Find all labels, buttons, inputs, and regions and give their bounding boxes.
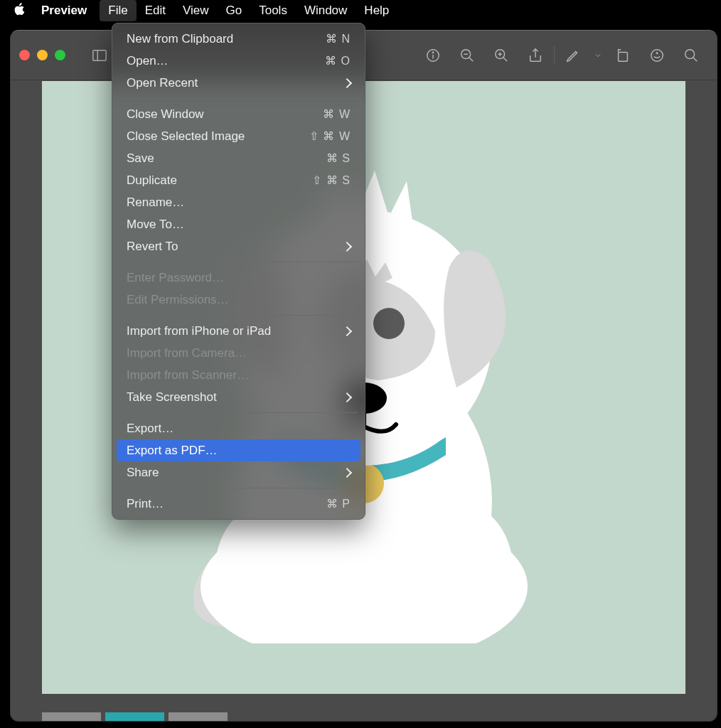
svg-point-15 xyxy=(685,49,695,58)
svg-rect-0 xyxy=(93,50,106,60)
menu-item-label: Rename… xyxy=(127,196,351,210)
menu-item-export-as-pdf[interactable]: Export as PDF… xyxy=(117,439,360,461)
svg-point-4 xyxy=(432,52,433,53)
menu-item-shortcut: ⌘ P xyxy=(326,497,351,510)
svg-line-6 xyxy=(469,57,474,61)
menu-item-shortcut: ⌘ N xyxy=(326,32,351,46)
toolbar-separator xyxy=(554,46,555,65)
svg-line-16 xyxy=(693,57,698,61)
menu-item-import-from-camera: Import from Camera… xyxy=(112,342,365,364)
menu-help[interactable]: Help xyxy=(356,0,397,21)
svg-line-9 xyxy=(503,57,508,61)
menu-item-label: Close Selected Image xyxy=(127,129,309,144)
menu-item-print[interactable]: Print…⌘ P xyxy=(112,493,365,515)
menu-item-close-window[interactable]: Close Window⌘ W xyxy=(112,103,365,125)
menu-item-label: Import from Scanner… xyxy=(127,368,351,382)
menu-edit[interactable]: Edit xyxy=(137,0,174,21)
menu-item-take-screenshot[interactable]: Take Screenshot xyxy=(112,386,365,408)
menu-item-open[interactable]: Open…⌘ O xyxy=(112,50,365,72)
zoom-window-button[interactable] xyxy=(55,50,65,60)
menu-item-export[interactable]: Export… xyxy=(112,417,365,439)
menu-item-label: Move To… xyxy=(127,218,351,232)
search-icon[interactable] xyxy=(674,41,708,70)
menu-item-label: Export… xyxy=(127,422,351,436)
menu-item-save[interactable]: Save⌘ S xyxy=(112,147,365,169)
menu-item-shortcut: ⇧ ⌘ W xyxy=(309,129,351,143)
menu-item-label: Close Window xyxy=(127,107,323,122)
menu-item-import-from-iphone-or-ipad[interactable]: Import from iPhone or iPad xyxy=(112,320,365,342)
menu-item-label: Enter Password… xyxy=(127,271,351,285)
menu-item-label: Duplicate xyxy=(127,173,312,188)
menu-item-share[interactable]: Share xyxy=(112,461,365,483)
menu-item-edit-permissions: Edit Permissions… xyxy=(112,289,365,311)
menu-separator xyxy=(119,98,358,99)
zoom-out-icon[interactable] xyxy=(450,41,484,70)
svg-rect-13 xyxy=(619,52,628,61)
apple-logo-icon[interactable] xyxy=(13,3,41,19)
app-name[interactable]: Preview xyxy=(41,4,87,18)
svg-point-14 xyxy=(651,49,663,61)
menu-item-shortcut: ⌘ S xyxy=(326,151,351,165)
menu-item-label: Export as PDF… xyxy=(127,444,351,458)
menu-item-duplicate[interactable]: Duplicate⇧ ⌘ S xyxy=(112,169,365,191)
menu-item-close-selected-image[interactable]: Close Selected Image⇧ ⌘ W xyxy=(112,125,365,147)
info-icon[interactable] xyxy=(416,41,450,70)
menu-item-open-recent[interactable]: Open Recent xyxy=(112,72,365,94)
traffic-lights xyxy=(19,50,65,60)
menu-tools[interactable]: Tools xyxy=(250,0,296,21)
menu-item-label: Print… xyxy=(127,497,326,511)
menu-item-new-from-clipboard[interactable]: New from Clipboard⌘ N xyxy=(112,28,365,50)
menu-separator xyxy=(119,412,358,413)
markup-chevron-icon[interactable] xyxy=(590,41,606,70)
menu-item-label: Edit Permissions… xyxy=(127,293,351,307)
close-window-button[interactable] xyxy=(19,50,30,60)
thumbnail-selected[interactable] xyxy=(105,712,164,721)
menu-item-shortcut: ⇧ ⌘ S xyxy=(312,173,351,187)
menu-item-label: Open Recent xyxy=(127,76,338,90)
menu-file[interactable]: File xyxy=(100,0,136,21)
menu-item-label: Take Screenshot xyxy=(127,390,338,405)
rotate-icon[interactable] xyxy=(606,41,640,70)
menu-item-shortcut: ⌘ W xyxy=(323,107,351,121)
menu-item-label: Save xyxy=(127,151,326,166)
thumbnail-strip[interactable] xyxy=(42,712,685,721)
menu-item-label: New from Clipboard xyxy=(127,32,326,46)
menu-view[interactable]: View xyxy=(174,0,218,21)
menu-item-label: Import from iPhone or iPad xyxy=(127,324,338,338)
menu-item-label: Share xyxy=(127,466,338,480)
markup-pen-icon[interactable] xyxy=(556,41,590,70)
menu-window[interactable]: Window xyxy=(296,0,356,21)
menu-separator xyxy=(119,315,358,316)
thumbnail[interactable] xyxy=(42,712,101,721)
share-icon[interactable] xyxy=(518,41,552,70)
menu-item-label: Revert To xyxy=(127,240,338,254)
menu-item-enter-password: Enter Password… xyxy=(112,267,365,289)
menu-go[interactable]: Go xyxy=(218,0,251,21)
menu-item-label: Open… xyxy=(127,54,325,68)
svg-point-25 xyxy=(414,505,513,640)
menu-item-rename[interactable]: Rename… xyxy=(112,191,365,213)
highlight-icon[interactable] xyxy=(640,41,674,70)
menu-item-move-to[interactable]: Move To… xyxy=(112,213,365,235)
menu-item-revert-to[interactable]: Revert To xyxy=(112,235,365,257)
menu-item-shortcut: ⌘ O xyxy=(325,54,351,68)
file-menu-dropdown: New from Clipboard⌘ NOpen…⌘ OOpen Recent… xyxy=(112,23,365,520)
minimize-window-button[interactable] xyxy=(37,50,48,60)
menu-separator xyxy=(119,262,358,262)
menu-item-label: Import from Camera… xyxy=(127,346,351,360)
svg-point-21 xyxy=(373,308,405,339)
menu-item-import-from-scanner: Import from Scanner… xyxy=(112,364,365,386)
thumbnail[interactable] xyxy=(169,712,228,721)
menu-separator xyxy=(119,488,358,488)
macos-menubar: Preview File Edit View Go Tools Window H… xyxy=(0,0,721,21)
zoom-in-icon[interactable] xyxy=(484,41,518,70)
svg-point-26 xyxy=(215,505,314,640)
